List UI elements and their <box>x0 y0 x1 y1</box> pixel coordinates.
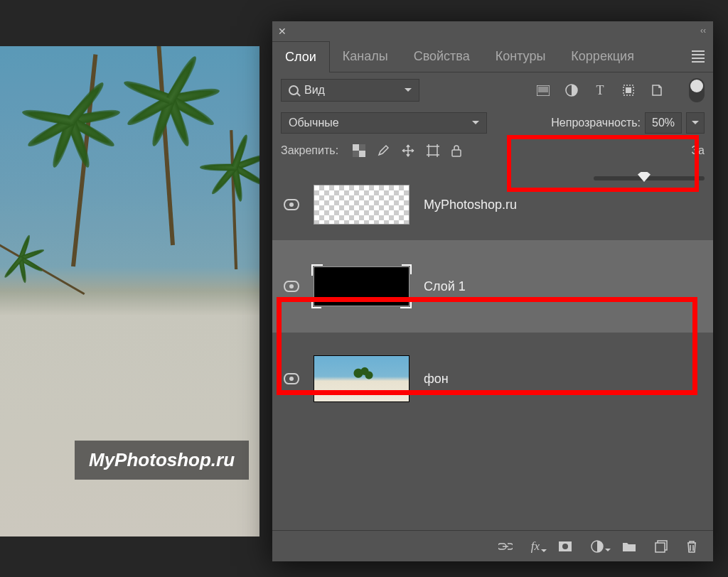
filter-pixel-icon[interactable] <box>537 84 550 97</box>
filter-toggle[interactable] <box>689 78 705 102</box>
opacity-label: Непрозрачность: <box>551 117 641 129</box>
svg-rect-7 <box>359 151 365 157</box>
layer-name[interactable]: MyPhotoshop.ru <box>424 198 517 212</box>
tab-channels[interactable]: Каналы <box>330 41 401 72</box>
fill-label-partial: За <box>691 144 705 157</box>
layer-row-selected[interactable]: Слой 1 <box>272 240 713 333</box>
lock-artboard-icon[interactable] <box>427 144 439 157</box>
svg-rect-1 <box>538 87 548 92</box>
tab-layers[interactable]: Слои <box>272 41 330 72</box>
mask-icon[interactable] <box>558 541 572 552</box>
trash-icon[interactable] <box>686 540 697 553</box>
filter-smart-icon[interactable] <box>651 84 663 97</box>
layer-thumbnail[interactable] <box>314 185 410 225</box>
canvas-watermark: MyPhotoshop.ru <box>75 441 249 480</box>
layer-thumbnail[interactable] <box>314 355 410 402</box>
svg-rect-16 <box>655 543 665 552</box>
layer-row[interactable]: фон <box>272 333 713 425</box>
group-icon[interactable] <box>622 541 636 552</box>
svg-rect-8 <box>359 144 365 151</box>
tab-properties[interactable]: Свойства <box>401 41 483 72</box>
svg-rect-11 <box>452 150 461 156</box>
layer-list: MyPhotoshop.ru Слой 1 фон <box>272 163 713 425</box>
opacity-input[interactable]: 50% <box>645 112 682 134</box>
filter-shape-icon[interactable] <box>622 84 635 97</box>
visibility-eye-icon[interactable] <box>284 281 299 292</box>
svg-rect-6 <box>353 144 359 151</box>
document-canvas: MyPhotoshop.ru <box>0 46 259 536</box>
svg-point-13 <box>562 544 568 549</box>
layers-panel: ✕ ‹‹ Слои Каналы Свойства Контуры Коррек… <box>272 21 713 561</box>
lock-label: Закрепить: <box>281 144 338 157</box>
panel-menu-icon[interactable] <box>692 50 705 63</box>
lock-brush-icon[interactable] <box>377 144 390 157</box>
svg-rect-10 <box>429 146 437 155</box>
blend-mode-value: Обычные <box>289 117 339 129</box>
fx-icon[interactable]: fx <box>531 539 540 554</box>
blend-mode-dropdown[interactable]: Обычные <box>281 112 487 134</box>
collapse-icon[interactable]: ‹‹ <box>700 26 706 36</box>
canvas-image: MyPhotoshop.ru <box>0 46 259 536</box>
filter-type-icon[interactable]: T <box>594 84 606 97</box>
chevron-down-icon <box>405 88 412 95</box>
opacity-value: 50% <box>652 117 675 129</box>
layer-name[interactable]: фон <box>424 372 449 387</box>
panel-tabs: Слои Каналы Свойства Контуры Коррекция <box>272 41 713 72</box>
close-icon[interactable]: ✕ <box>278 26 287 37</box>
chevron-down-icon <box>472 121 479 128</box>
svg-rect-4 <box>626 87 631 93</box>
visibility-eye-icon[interactable] <box>284 199 299 210</box>
svg-rect-9 <box>353 151 359 157</box>
lock-move-icon[interactable] <box>401 144 415 158</box>
new-layer-icon[interactable] <box>655 540 668 553</box>
layer-name[interactable]: Слой 1 <box>424 279 466 294</box>
visibility-eye-icon[interactable] <box>284 373 299 384</box>
link-icon[interactable] <box>498 542 513 551</box>
tab-adjustments[interactable]: Коррекция <box>558 41 647 72</box>
filter-adjust-icon[interactable] <box>565 84 578 97</box>
chevron-down-icon <box>692 121 699 128</box>
lock-all-icon[interactable] <box>451 144 462 157</box>
lock-transparent-icon[interactable] <box>353 144 365 157</box>
panel-footer: fx <box>272 530 713 561</box>
layer-filter-dropdown[interactable]: Вид <box>281 79 419 102</box>
opacity-slider-track[interactable] <box>594 176 705 180</box>
layer-thumbnail[interactable] <box>314 266 410 306</box>
adjust-icon[interactable] <box>591 540 604 553</box>
filter-label: Вид <box>304 84 325 97</box>
opacity-dropdown-button[interactable] <box>686 112 705 134</box>
search-icon <box>289 85 299 95</box>
tab-paths[interactable]: Контуры <box>483 41 559 72</box>
